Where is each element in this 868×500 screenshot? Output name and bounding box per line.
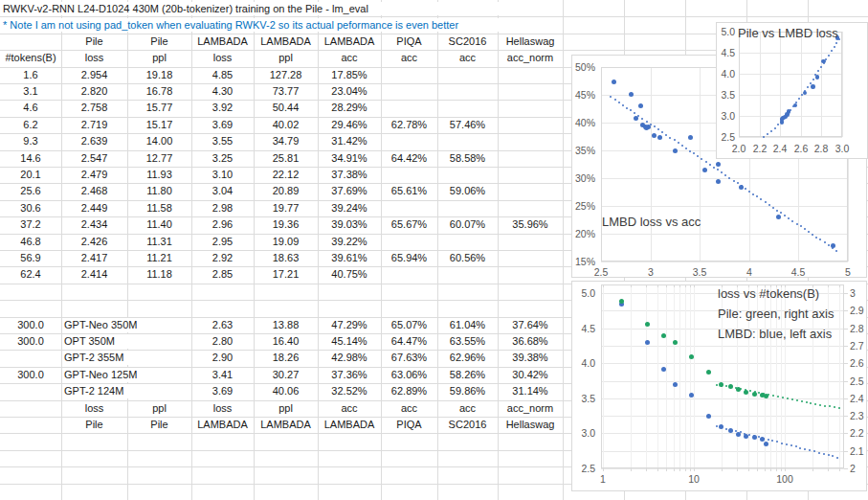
table-cell[interactable]: 42.98% bbox=[319, 351, 380, 365]
table-cell[interactable]: GPT-2 355M bbox=[62, 351, 190, 365]
table-cell[interactable]: 59.06% bbox=[438, 184, 497, 198]
table-cell[interactable]: 4.6 bbox=[1, 101, 60, 115]
table-cell[interactable]: 3.25 bbox=[192, 151, 253, 166]
table-cell[interactable]: 17.85% bbox=[319, 68, 380, 82]
table-cell[interactable]: 3.55 bbox=[192, 134, 253, 148]
table-cell[interactable]: acc bbox=[382, 51, 436, 65]
table-cell[interactable]: 40.06 bbox=[255, 384, 317, 398]
table-cell[interactable]: 11.40 bbox=[128, 217, 190, 232]
table-cell[interactable]: 3.1 bbox=[1, 84, 60, 99]
table-cell[interactable]: 31.42% bbox=[319, 134, 380, 148]
table-cell[interactable]: 34.79 bbox=[255, 134, 317, 148]
table-cell[interactable]: 19.09 bbox=[255, 235, 317, 249]
table-cell[interactable]: 16.78 bbox=[128, 84, 190, 99]
table-cell[interactable]: 36.68% bbox=[499, 334, 562, 349]
table-cell[interactable]: 65.94% bbox=[382, 251, 436, 265]
table-cell[interactable]: 64.42% bbox=[382, 151, 436, 166]
table-cell[interactable]: 12.77 bbox=[128, 151, 190, 166]
table-cell[interactable]: 11.31 bbox=[128, 235, 190, 249]
table-cell[interactable]: 2.820 bbox=[62, 84, 126, 99]
table-cell[interactable]: 22.12 bbox=[255, 168, 317, 182]
table-cell[interactable]: acc bbox=[382, 401, 436, 416]
table-cell[interactable]: 2.479 bbox=[62, 168, 126, 182]
table-cell[interactable]: 34.91% bbox=[319, 151, 380, 166]
table-cell[interactable]: 67.63% bbox=[382, 351, 436, 365]
table-cell[interactable]: 11.93 bbox=[128, 168, 190, 182]
table-cell[interactable]: GPT-Neo 125M bbox=[62, 368, 190, 382]
table-cell[interactable]: #tokens(B) bbox=[1, 51, 60, 65]
table-cell[interactable]: 29.46% bbox=[319, 118, 380, 132]
table-cell[interactable]: 58.26% bbox=[438, 368, 497, 382]
table-cell[interactable]: 300.0 bbox=[1, 334, 60, 349]
table-cell[interactable]: Hellaswag bbox=[499, 418, 562, 432]
table-cell[interactable]: 31.14% bbox=[499, 384, 562, 398]
table-cell[interactable]: 39.61% bbox=[319, 251, 380, 265]
table-cell[interactable]: 62.96% bbox=[438, 351, 497, 365]
table-cell[interactable]: LAMBADA bbox=[255, 418, 317, 432]
table-cell[interactable]: 4.30 bbox=[192, 84, 253, 99]
table-cell[interactable]: Pile bbox=[62, 34, 126, 49]
table-cell[interactable]: LAMBADA bbox=[192, 34, 253, 49]
table-cell[interactable]: Hellaswag bbox=[499, 34, 562, 49]
table-cell[interactable]: 65.67% bbox=[382, 217, 436, 232]
table-cell[interactable]: 13.88 bbox=[255, 318, 317, 332]
table-cell[interactable]: loss bbox=[192, 401, 253, 416]
table-cell[interactable]: 2.758 bbox=[62, 101, 126, 115]
table-cell[interactable]: 65.61% bbox=[382, 184, 436, 198]
table-cell[interactable]: 15.77 bbox=[128, 101, 190, 115]
table-cell[interactable]: ppl bbox=[255, 401, 317, 416]
table-cell[interactable]: 1.6 bbox=[1, 68, 60, 82]
table-cell[interactable]: 23.04% bbox=[319, 84, 380, 99]
table-cell[interactable]: SC2016 bbox=[438, 418, 497, 432]
table-cell[interactable]: 17.21 bbox=[255, 267, 317, 282]
table-cell[interactable]: 2.98 bbox=[192, 201, 253, 216]
table-cell[interactable]: 2.96 bbox=[192, 217, 253, 232]
table-cell[interactable]: 37.2 bbox=[1, 217, 60, 232]
table-cell[interactable]: 60.07% bbox=[438, 217, 497, 232]
table-cell[interactable]: 2.449 bbox=[62, 201, 126, 216]
table-cell[interactable]: 3.69 bbox=[192, 384, 253, 398]
table-cell[interactable]: 2.90 bbox=[192, 351, 253, 365]
table-cell[interactable]: 62.4 bbox=[1, 267, 60, 282]
table-cell[interactable]: SC2016 bbox=[438, 34, 497, 49]
table-cell[interactable]: 2.95 bbox=[192, 235, 253, 249]
table-cell[interactable]: 35.96% bbox=[499, 217, 562, 232]
table-cell[interactable]: 39.38% bbox=[499, 351, 562, 365]
table-cell[interactable]: 11.21 bbox=[128, 251, 190, 265]
table-cell[interactable]: acc_norm bbox=[499, 51, 562, 65]
table-cell[interactable]: 32.52% bbox=[319, 384, 380, 398]
table-cell[interactable]: PIQA bbox=[382, 418, 436, 432]
table-cell[interactable]: 59.86% bbox=[438, 384, 497, 398]
table-cell[interactable]: 58.58% bbox=[438, 151, 497, 166]
table-cell[interactable]: LAMBADA bbox=[255, 34, 317, 49]
table-cell[interactable]: 57.46% bbox=[438, 118, 497, 132]
table-cell[interactable]: 127.28 bbox=[255, 68, 317, 82]
table-cell[interactable]: 15.17 bbox=[128, 118, 190, 132]
table-cell[interactable]: 3.69 bbox=[192, 118, 253, 132]
table-cell[interactable]: loss bbox=[192, 51, 253, 65]
table-cell[interactable]: 40.02 bbox=[255, 118, 317, 132]
table-cell[interactable]: 11.80 bbox=[128, 184, 190, 198]
table-cell[interactable]: 46.8 bbox=[1, 235, 60, 249]
table-cell[interactable]: 60.56% bbox=[438, 251, 497, 265]
table-cell[interactable]: 25.81 bbox=[255, 151, 317, 166]
table-cell[interactable]: Pile bbox=[62, 418, 126, 432]
table-cell[interactable]: 37.69% bbox=[319, 184, 380, 198]
table-cell[interactable]: 28.29% bbox=[319, 101, 380, 115]
table-cell[interactable]: 56.9 bbox=[1, 251, 60, 265]
table-cell[interactable]: GPT-Neo 350M bbox=[62, 318, 190, 332]
table-cell[interactable]: 73.77 bbox=[255, 84, 317, 99]
table-cell[interactable]: 2.468 bbox=[62, 184, 126, 198]
table-cell[interactable]: 37.36% bbox=[319, 368, 380, 382]
table-cell[interactable]: 2.426 bbox=[62, 235, 126, 249]
table-cell[interactable]: 37.38% bbox=[319, 168, 380, 182]
table-cell[interactable]: 2.63 bbox=[192, 318, 253, 332]
table-cell[interactable]: loss bbox=[62, 51, 126, 65]
table-cell[interactable]: 3.10 bbox=[192, 168, 253, 182]
table-cell[interactable]: 61.04% bbox=[438, 318, 497, 332]
table-cell[interactable]: acc bbox=[438, 51, 497, 65]
table-cell[interactable]: 16.40 bbox=[255, 334, 317, 349]
table-cell[interactable]: 2.954 bbox=[62, 68, 126, 82]
table-cell[interactable]: 2.434 bbox=[62, 217, 126, 232]
table-cell[interactable]: 300.0 bbox=[1, 368, 60, 382]
